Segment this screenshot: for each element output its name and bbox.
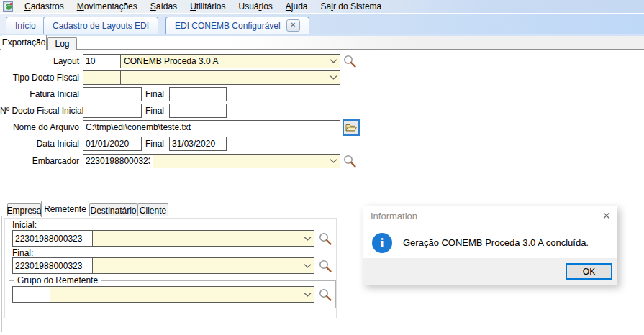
app-icon xyxy=(3,1,14,12)
fatura-label: Fatura Inicial xyxy=(0,87,79,101)
menu-item-sair-do-sistema[interactable]: Sair do Sistema xyxy=(314,1,389,12)
data-inicial-label: Data Inicial xyxy=(0,137,79,151)
party-tab-label: Cliente xyxy=(140,206,166,216)
folder-open-button[interactable] xyxy=(343,119,360,136)
remetente-final-search-icon[interactable] xyxy=(319,260,332,273)
grupo-remetente-code-field[interactable] xyxy=(12,286,50,303)
information-dialog: Information × i Geração CONEMB Proceda 3… xyxy=(363,206,617,285)
docto-fiscal-final-field[interactable] xyxy=(169,104,227,118)
tab-close-icon[interactable]: × xyxy=(286,19,300,32)
docto-fiscal-inicial-field[interactable] xyxy=(83,104,142,118)
layout-combo[interactable]: CONEMB Proceda 3.0 A xyxy=(120,54,340,68)
chevron-down-icon[interactable] xyxy=(327,59,340,63)
arquivo-label: Nome do Arquivo xyxy=(0,120,79,134)
party-tab-cliente[interactable]: Cliente xyxy=(137,203,168,216)
subtab-label: Exportação xyxy=(2,37,46,47)
tipo-docto-combo[interactable] xyxy=(120,70,340,85)
remetente-final-combo[interactable] xyxy=(92,257,314,274)
tab-inicio[interactable]: Início xyxy=(6,17,45,34)
subtab-exportacao[interactable]: Exportação xyxy=(1,35,47,50)
page-top-border xyxy=(0,49,644,50)
embarcador-search-icon[interactable] xyxy=(343,155,357,168)
app-window: CadastrosMovimentaçõesSaídasUtilitáriosU… xyxy=(0,0,644,335)
party-tab-empresa[interactable]: Empresa xyxy=(7,203,41,216)
inicial-label: Inicial: xyxy=(12,220,37,230)
menu-item-saidas[interactable]: Saídas xyxy=(144,1,183,12)
docto-fiscal-label: Nº Docto Fiscal Inicial xyxy=(0,104,79,118)
tipo-docto-code-field[interactable] xyxy=(83,70,121,85)
menu-item-ajuda[interactable]: Ajuda xyxy=(279,1,314,12)
grupo-remetente-search-icon[interactable] xyxy=(319,288,332,302)
remetente-inicial-combo[interactable] xyxy=(92,230,314,247)
layout-code-field[interactable] xyxy=(83,54,121,68)
party-tab-label: Destinatário xyxy=(90,206,136,216)
subtab-log[interactable]: Log xyxy=(47,37,77,50)
menu-item-utilitarios[interactable]: Utilitários xyxy=(183,1,232,12)
fatura-inicial-field[interactable] xyxy=(83,87,142,101)
tab-label: Cadastro de Layouts EDI xyxy=(53,21,149,31)
embarcador-code-field[interactable] xyxy=(83,154,153,168)
close-icon[interactable]: × xyxy=(602,208,610,224)
data-inicial-field[interactable] xyxy=(83,137,142,151)
chevron-down-icon[interactable] xyxy=(327,159,340,163)
tab-label: EDI CONEMB Configurável xyxy=(175,21,281,31)
info-icon: i xyxy=(372,233,392,253)
remetente-inicial-search-icon[interactable] xyxy=(319,232,332,246)
subtab-label: Log xyxy=(55,39,69,49)
tab-cadastro-de-layouts-edi[interactable]: Cadastro de Layouts EDI xyxy=(43,17,158,34)
dialog-title: Information xyxy=(363,206,617,226)
menu-item-movimentacoes[interactable]: Movimentações xyxy=(71,1,144,12)
fatura-final-label: Final xyxy=(140,87,164,101)
chevron-down-icon[interactable] xyxy=(301,293,314,297)
docto-fiscal-final-label: Final xyxy=(140,104,164,118)
remetente-final-code-field[interactable] xyxy=(12,257,93,274)
layout-search-icon[interactable] xyxy=(343,55,357,68)
chevron-down-icon[interactable] xyxy=(327,75,340,80)
final-label: Final: xyxy=(12,248,33,258)
chevron-down-icon[interactable] xyxy=(301,264,314,268)
grupo-remetente-combo[interactable] xyxy=(50,286,314,303)
ok-button[interactable]: OK xyxy=(566,263,612,280)
remetente-inicial-code-field[interactable] xyxy=(12,230,93,247)
tipo-docto-label: Tipo Docto Fiscal xyxy=(0,70,79,85)
party-tab-label: Remetente xyxy=(44,204,86,214)
tab-edi-conemb-configuravel[interactable]: EDI CONEMB Configurável × xyxy=(165,17,309,34)
layout-combo-value: CONEMB Proceda 3.0 A xyxy=(121,56,327,66)
folder-open-icon xyxy=(345,123,357,132)
menu-items: CadastrosMovimentaçõesSaídasUtilitáriosU… xyxy=(18,1,388,12)
subtab-strip xyxy=(0,36,644,49)
layout-label: Layout xyxy=(0,54,79,68)
party-tab-label: Empresa xyxy=(6,206,41,216)
dialog-body: i Geração CONEMB Proceda 3.0 A concluída… xyxy=(363,226,617,260)
dialog-footer: OK xyxy=(363,258,617,285)
embarcador-combo[interactable] xyxy=(153,154,340,168)
chevron-down-icon[interactable] xyxy=(301,237,314,241)
menu-item-usuarios[interactable]: Usuários xyxy=(232,1,278,12)
window-tab-strip: Início Cadastro de Layouts EDI EDI CONEM… xyxy=(0,14,644,34)
arquivo-field[interactable] xyxy=(83,120,340,134)
data-final-field[interactable] xyxy=(169,137,227,151)
party-tab-remetente[interactable]: Remetente xyxy=(41,201,89,217)
fatura-final-field[interactable] xyxy=(169,87,227,101)
menu-bar: CadastrosMovimentaçõesSaídasUtilitáriosU… xyxy=(0,0,644,14)
menu-item-cadastros[interactable]: Cadastros xyxy=(18,1,71,12)
data-final-label: Final xyxy=(140,137,164,151)
dialog-message: Geração CONEMB Proceda 3.0 A concluída. xyxy=(403,237,589,248)
party-page-left-border xyxy=(1,216,2,332)
grupo-remetente-label: Grupo do Remetente xyxy=(14,275,101,285)
party-tab-destinatario[interactable]: Destinatário xyxy=(89,203,137,216)
embarcador-label: Embarcador xyxy=(0,154,79,168)
tab-label: Início xyxy=(15,21,36,31)
